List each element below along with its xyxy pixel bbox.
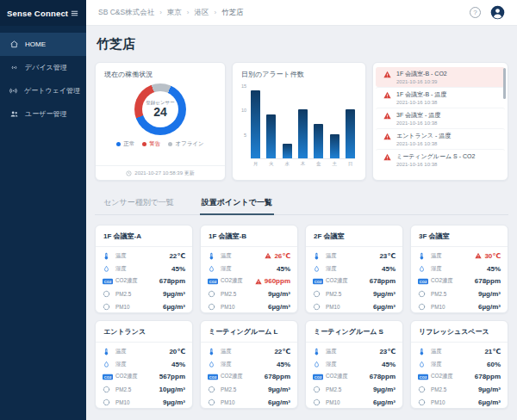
metric-label: 温度 (221, 252, 232, 260)
breadcrumb-item[interactable]: 港区 (195, 8, 209, 18)
sensor-card[interactable]: ミーティングルーム S 温度 23℃ 湿度 45% CO2 CO2濃度 678p… (305, 320, 403, 409)
metric-row: CO2 CO2濃度 960ppm (208, 275, 290, 288)
tab-by-install-point[interactable]: 設置ポイントで一覧 (200, 192, 274, 215)
menu-toggle-icon[interactable] (70, 9, 79, 18)
temperature-icon (313, 347, 324, 356)
metric-row: PM10 6µg/m³ (418, 396, 501, 409)
pm10-icon (208, 303, 219, 311)
sensor-card-title: ミーティングルーム L (201, 321, 297, 343)
sensor-card-body: 温度 22℃ 湿度 45% CO2 CO2濃度 678ppm PM2.5 9µg… (201, 343, 297, 412)
metric-label: PM2.5 (115, 386, 131, 392)
metric-value: 6µg/m³ (478, 398, 501, 406)
main-area: SB C&S株式会社›東京›港区›竹芝店 ? 竹芝店 現在の稼働状況 登録センサ… (86, 0, 517, 420)
metric-value: 6µg/m³ (373, 303, 396, 311)
metric-label: CO2濃度 (115, 277, 138, 285)
sensor-card[interactable]: 3F 会議室 温度 30℃ 湿度 45% CO2 CO2濃度 678ppm PM… (410, 225, 508, 313)
metric-row: PM2.5 9µg/m³ (208, 287, 290, 300)
metric-label: PM10 (326, 304, 339, 310)
sensor-card-body: 温度 20℃ 湿度 45% CO2 CO2濃度 567ppm PM2.5 10µ… (96, 343, 192, 412)
metric-row: PM2.5 9µg/m³ (418, 287, 501, 300)
alert-item[interactable]: 1F 会議室-B - 温度 2021-10-16 10:38 (376, 87, 505, 108)
breadcrumb-item[interactable]: SB C&S株式会社 (98, 8, 154, 18)
metric-row: 湿度 45% (103, 262, 185, 275)
sensor-card-title: 3F 会議室 (411, 225, 508, 247)
sensor-card-body: 温度 30℃ 湿度 45% CO2 CO2濃度 678ppm PM2.5 9µg… (411, 247, 508, 317)
alert-title: 3F 会議室 - 温度 (396, 111, 440, 120)
metric-value: 45% (382, 265, 396, 273)
sensor-card-grid: 1F 会議室-A 温度 22℃ 湿度 45% CO2 CO2濃度 678ppm … (95, 225, 508, 409)
co2-icon: CO2 (418, 374, 429, 380)
metric-label: PM10 (326, 399, 339, 405)
co2-icon: CO2 (208, 278, 219, 285)
metric-label: 湿度 (326, 361, 337, 368)
metric-value: 60% (487, 361, 501, 368)
sidebar-item-1[interactable]: デバイス管理 (0, 56, 86, 79)
metric-row: 温度 20℃ (103, 345, 185, 358)
sensor-card[interactable]: 2F 会議室 温度 23℃ 湿度 45% CO2 CO2濃度 678ppm PM… (305, 225, 403, 313)
metric-label: 湿度 (115, 361, 127, 368)
breadcrumb-separator: › (187, 9, 190, 16)
metric-label: PM2.5 (221, 386, 236, 392)
donut-legend: 正常 警告 オフライン (96, 140, 225, 148)
metric-value: 6µg/m³ (478, 303, 501, 311)
pm25-icon (103, 386, 114, 393)
svg-text:CO2: CO2 (420, 375, 427, 380)
alert-item[interactable]: 3F 会議室 - 温度 2021-10-16 10:38 (376, 108, 505, 128)
clock-icon (126, 170, 132, 176)
avatar[interactable] (490, 5, 505, 20)
tab-by-sensor-type[interactable]: センサー種別で一覧 (102, 192, 176, 214)
sidebar-item-2[interactable]: ゲートウェイ管理 (0, 79, 86, 102)
alert-title: 1F 会議室-B - CO2 (396, 70, 447, 78)
bar (266, 114, 276, 158)
alert-item[interactable]: 1F 会議室-B - CO2 2021-10-16 10:39 (376, 67, 505, 87)
alert-time: 2021-10-16 10:38 (396, 162, 475, 167)
metric-row: PM10 6µg/m³ (208, 300, 290, 313)
metric-value: 30℃ (475, 252, 501, 260)
breadcrumb-item[interactable]: 竹芝店 (221, 8, 244, 18)
metric-row: CO2 CO2濃度 678ppm (103, 275, 185, 288)
metric-label: PM2.5 (431, 386, 446, 392)
metric-value: 678ppm (475, 277, 501, 285)
sensor-card[interactable]: エントランス 温度 20℃ 湿度 45% CO2 CO2濃度 567ppm PM… (95, 320, 193, 409)
help-icon[interactable]: ? (470, 7, 481, 18)
sidebar-item-3[interactable]: ユーザー管理 (0, 102, 86, 126)
x-tick-label: 土 (330, 161, 339, 167)
sidebar-item-0[interactable]: HOME (0, 33, 86, 56)
alert-time: 2021-10-16 10:38 (396, 100, 446, 105)
alert-time: 2021-10-16 10:38 (396, 141, 451, 146)
breadcrumb-separator: › (215, 9, 217, 16)
topbar: SB C&S株式会社›東京›港区›竹芝店 ? (86, 0, 517, 26)
sensor-card[interactable]: リフレッシュスペース 温度 21℃ 湿度 60% CO2 CO2濃度 678pp… (410, 320, 508, 409)
warning-icon (383, 71, 391, 78)
metric-row: PM10 9µg/m³ (103, 396, 185, 409)
alert-item[interactable]: ミーティングルーム S - CO2 2021-10-16 10:38 (376, 149, 505, 170)
metric-row: 湿度 45% (208, 262, 290, 275)
metric-value: 45% (277, 265, 290, 273)
status-updated-text: 2021-10-27 10:58:39 更新 (134, 170, 194, 177)
metric-row: 温度 22℃ (208, 345, 290, 358)
metric-label: PM2.5 (326, 291, 341, 297)
sensor-card-body: 温度 22℃ 湿度 45% CO2 CO2濃度 678ppm PM2.5 9µg… (96, 247, 192, 317)
pm10-icon (103, 303, 114, 311)
sensor-card[interactable]: 1F 会議室-A 温度 22℃ 湿度 45% CO2 CO2濃度 678ppm … (95, 225, 193, 313)
metric-row: CO2 CO2濃度 678ppm (313, 371, 396, 384)
sensor-card-body: 温度 23℃ 湿度 45% CO2 CO2濃度 678ppm PM2.5 9µg… (306, 343, 402, 412)
tabs: センサー種別で一覧 設置ポイントで一覧 (95, 192, 508, 215)
metric-value: 567ppm (159, 373, 185, 380)
metric-row: CO2 CO2濃度 678ppm (418, 275, 501, 288)
alert-item[interactable]: エントランス - 温度 2021-10-16 10:38 (376, 128, 505, 149)
sidebar-item-label: HOME (25, 40, 46, 48)
metric-row: 湿度 45% (313, 262, 396, 275)
bar (314, 124, 323, 158)
temperature-icon (103, 347, 114, 356)
scrollbar[interactable] (503, 68, 506, 99)
metric-label: PM2.5 (115, 291, 131, 297)
sensor-card[interactable]: ミーティングルーム L 温度 22℃ 湿度 45% CO2 CO2濃度 678p… (200, 320, 298, 409)
sensor-card-body: 温度 26℃ 湿度 45% CO2 CO2濃度 960ppm PM2.5 9µg… (201, 247, 297, 317)
sensor-card-title: 1F 会議室-B (201, 225, 297, 247)
pm10-icon (418, 398, 429, 406)
metric-label: CO2濃度 (431, 277, 453, 285)
breadcrumb-item[interactable]: 東京 (167, 8, 182, 18)
pm10-icon (418, 303, 429, 311)
sensor-card[interactable]: 1F 会議室-B 温度 26℃ 湿度 45% CO2 CO2濃度 960ppm … (200, 225, 298, 313)
